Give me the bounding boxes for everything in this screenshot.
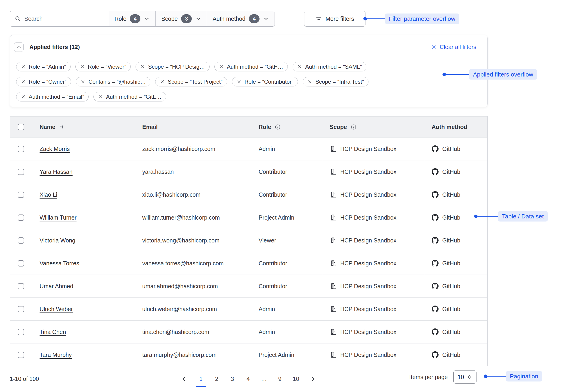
users-table: Name Email Role Scope Aut xyxy=(10,116,487,366)
info-icon[interactable] xyxy=(350,124,357,130)
row-checkbox[interactable] xyxy=(18,169,24,175)
org-building-icon xyxy=(330,168,337,175)
user-name-link[interactable]: Ulrich Weber xyxy=(39,306,73,312)
scope-value: HCP Design Sandbox xyxy=(340,214,397,221)
page-number: 9 xyxy=(278,376,282,382)
filter-chip[interactable]: Auth method = “Email” xyxy=(16,92,89,101)
search-box[interactable] xyxy=(10,11,109,26)
page-button-1[interactable]: 1 xyxy=(198,374,204,384)
close-icon xyxy=(21,79,26,84)
column-header-scope: Scope xyxy=(322,116,424,137)
annotation-label: Filter parameter overflow xyxy=(385,14,459,24)
user-name-link[interactable]: Tara Murphy xyxy=(39,352,72,358)
close-icon xyxy=(237,79,242,84)
row-checkbox[interactable] xyxy=(18,260,24,267)
page-button-9[interactable]: 9 xyxy=(277,374,283,384)
filter-chip[interactable]: Role = “Contributor” xyxy=(232,77,298,86)
filter-chip[interactable]: Role = “Viewer” xyxy=(76,62,131,72)
scope-filter-label: Scope xyxy=(161,15,178,22)
page-button-3[interactable]: 3 xyxy=(229,374,236,384)
scope-value: HCP Design Sandbox xyxy=(340,352,397,358)
table-row: Zack Morris zack.morris@hashicorp.com Ad… xyxy=(10,137,487,160)
column-header-name[interactable]: Name xyxy=(32,116,135,137)
auth-method-value: GitHub xyxy=(442,146,460,152)
previous-page-button[interactable] xyxy=(180,374,189,383)
org-building-icon xyxy=(330,329,337,335)
row-checkbox[interactable] xyxy=(18,237,24,244)
org-building-icon xyxy=(330,214,337,221)
github-icon xyxy=(432,168,439,175)
close-icon xyxy=(80,64,85,69)
close-icon xyxy=(297,64,302,69)
user-name-link[interactable]: Vanessa Torres xyxy=(39,260,79,267)
page-button-10[interactable]: 10 xyxy=(292,374,300,384)
user-name-link[interactable]: Tina Chen xyxy=(39,329,66,335)
row-checkbox[interactable] xyxy=(18,329,24,335)
filter-chip[interactable]: Auth method = “GitL… xyxy=(93,92,166,101)
close-icon xyxy=(98,94,103,99)
github-icon xyxy=(432,260,439,267)
filter-chip[interactable]: Contains = “@hashic… xyxy=(76,77,150,86)
row-checkbox[interactable] xyxy=(18,283,24,289)
clear-all-filters-link[interactable]: Clear all filters xyxy=(431,44,476,50)
user-name-link[interactable]: Umar Ahmed xyxy=(39,283,73,290)
close-icon xyxy=(21,64,26,69)
next-page-button[interactable] xyxy=(309,374,318,383)
scope-filter-dropdown[interactable]: Scope 3 xyxy=(155,11,207,26)
user-name-link[interactable]: Victoria Wong xyxy=(39,237,76,244)
more-filters-label: More filters xyxy=(325,15,354,22)
user-name-link[interactable]: Yara Hassan xyxy=(39,169,73,175)
close-icon xyxy=(431,44,437,50)
filter-chip-label: Scope = “HCP Desig… xyxy=(148,63,205,70)
filter-chip[interactable]: Scope = “Infra Test” xyxy=(303,77,369,86)
role-value: Admin xyxy=(259,306,275,312)
page-button-2[interactable]: 2 xyxy=(214,374,220,384)
filter-chip[interactable]: Role = “Admin” xyxy=(16,62,71,72)
sort-icon[interactable] xyxy=(59,124,65,130)
user-name-link[interactable]: Zack Morris xyxy=(39,146,70,152)
applied-filters-panel: Applied filters (12) Clear all filters R… xyxy=(10,35,487,107)
select-all-checkbox[interactable] xyxy=(18,124,24,130)
info-icon[interactable] xyxy=(275,124,281,130)
collapse-filters-button[interactable] xyxy=(14,42,24,52)
filter-chip[interactable]: Role = “Owner” xyxy=(16,77,71,86)
user-name-link[interactable]: Xiao Li xyxy=(39,191,57,198)
auth-method-filter-dropdown[interactable]: Auth method 4 xyxy=(207,11,275,26)
page-number: 2 xyxy=(215,376,218,382)
email-value: zack.morris@hashicorp.com xyxy=(142,146,215,152)
annotation-label: Table / Data set xyxy=(498,211,548,222)
auth-method-value: GitHub xyxy=(442,237,460,244)
email-value: victoria.wong@hashicorp.com xyxy=(142,237,219,244)
annotation-filter-parameter-overflow: Filter parameter overflow xyxy=(363,14,459,24)
items-per-page-select[interactable]: 10 xyxy=(453,370,476,384)
row-checkbox[interactable] xyxy=(18,192,24,198)
column-header-role: Role xyxy=(251,116,322,137)
page-button-4[interactable]: 4 xyxy=(245,374,251,384)
more-filters-button[interactable]: More filters xyxy=(304,11,365,26)
scope-value: HCP Design Sandbox xyxy=(340,283,397,290)
filter-chip[interactable]: Scope = “HCP Desig… xyxy=(136,62,210,72)
role-filter-dropdown[interactable]: Role 4 xyxy=(109,11,155,26)
row-checkbox[interactable] xyxy=(18,306,24,312)
close-icon xyxy=(140,64,145,69)
page-ellipsis: … xyxy=(261,374,267,384)
row-checkbox[interactable] xyxy=(18,146,24,152)
search-input[interactable] xyxy=(24,15,104,22)
github-icon xyxy=(432,145,439,152)
filter-chip[interactable]: Scope = “Test Project” xyxy=(155,77,227,86)
close-icon xyxy=(219,64,224,69)
page-number: … xyxy=(261,376,267,382)
filter-chip[interactable]: Auth method = “SAML” xyxy=(293,62,366,72)
github-icon xyxy=(432,214,439,221)
row-checkbox[interactable] xyxy=(18,214,24,221)
row-checkbox[interactable] xyxy=(18,352,24,358)
close-icon xyxy=(21,94,26,99)
org-building-icon xyxy=(330,191,337,198)
page-number: 3 xyxy=(231,376,234,382)
user-name-link[interactable]: William Turner xyxy=(39,214,77,221)
scope-value: HCP Design Sandbox xyxy=(340,237,397,244)
chevron-down-icon xyxy=(144,16,150,22)
auth-method-value: GitHub xyxy=(442,306,460,312)
filter-chip[interactable]: Auth method = “GitH… xyxy=(214,62,288,72)
search-icon xyxy=(14,15,21,22)
